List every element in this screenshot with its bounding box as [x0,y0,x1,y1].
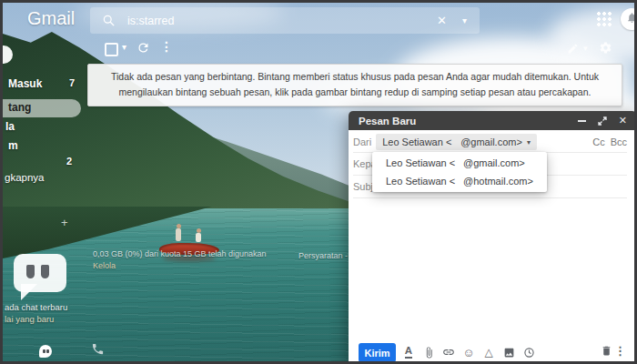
sidebar-item-inbox[interactable]: Masuk [8,77,42,90]
drafts-count-badge: 2 [66,156,72,167]
compose-window: Pesan Baru ✕ Dari Leo Setiawan < @gmail.… [349,111,637,364]
select-caret-icon[interactable]: ▾ [122,42,126,52]
dropdown-item-hotmail[interactable]: Leo Setiawan < @hotmail.com> [372,172,547,190]
compose-toolbar: Kirim A ☺ △ ⋮ [349,338,637,364]
sidebar-item-snoozed[interactable]: la [5,120,15,133]
popout-icon[interactable] [598,116,607,126]
manage-storage-link[interactable]: Kelola [93,261,116,270]
sidebar-item-starred[interactable]: tang [8,101,31,114]
search-input[interactable] [126,14,402,28]
pencil-caret-icon[interactable]: ▾ [583,44,588,53]
discard-draft-icon[interactable] [601,345,612,357]
close-icon[interactable]: ✕ [619,116,627,126]
pencil-icon[interactable] [567,43,579,55]
hangouts-new-chat-link[interactable]: lai yang baru [5,314,54,324]
insert-photo-icon[interactable] [502,345,515,359]
person-standing [176,228,181,241]
field-separator [353,197,627,198]
from-account-selector[interactable]: Leo Setiawan < @gmail.com> ▾ [376,134,537,150]
drive-icon[interactable]: △ [482,345,495,359]
attach-file-icon[interactable] [422,345,435,359]
gear-icon[interactable] [599,41,612,55]
sidebar-item-more[interactable]: gkapnya [5,172,44,183]
search-options-caret-icon[interactable]: ▾ [462,15,467,25]
hangouts-quote-mark [41,265,49,278]
bcc-button[interactable]: Bcc [611,136,627,147]
phone-icon[interactable] [91,342,105,356]
plus-mark: + [61,216,68,229]
insert-emoji-icon[interactable]: ☺ [462,345,475,359]
hangouts-icon [14,254,66,292]
sidebar-item-sent[interactable]: m [8,139,18,152]
apps-grid-icon[interactable] [596,11,612,26]
minimize-icon[interactable] [578,120,586,122]
from-caret-icon: ▾ [527,138,531,147]
refresh-icon[interactable] [136,41,150,55]
person-sitting [196,233,201,242]
hangouts-contacts-icon[interactable] [39,345,52,358]
clear-search-icon[interactable]: ✕ [437,14,447,27]
no-starred-banner: Tidak ada pesan yang berbintang. Bintang… [87,64,622,106]
from-name: Leo Setiawan < [382,136,460,147]
inbox-count-badge: 7 [69,77,75,88]
compose-more-options-icon[interactable]: ⋮ [614,344,626,358]
gmail-app: + Gmail ✕ ▾ ▾ ⋮ ▾ Tidak ada pesan yang b… [0,0,637,364]
text-format-icon[interactable]: A [402,345,415,359]
compose-header[interactable]: Pesan Baru ✕ [349,111,637,130]
storage-usage-text: 0,03 GB (0%) dari kuota 15 GB telah digu… [93,249,267,258]
from-domain: @gmail.com> [460,136,522,147]
from-label: Dari [353,136,371,147]
dropdown-item-gmail[interactable]: Leo Setiawan < @gmail.com> [372,154,547,172]
search-bar[interactable]: ✕ ▾ [90,7,480,34]
cc-button[interactable]: Cc [592,136,604,147]
select-all-checkbox[interactable] [105,43,118,56]
from-account-dropdown: Leo Setiawan < @gmail.com> Leo Setiawan … [372,152,547,192]
hangouts-no-chat-text: ada chat terbaru [5,302,67,312]
search-icon [102,14,116,27]
compose-title: Pesan Baru [359,116,578,126]
account-avatar[interactable] [621,8,637,30]
send-button[interactable]: Kirim [359,343,396,362]
from-row: Dari Leo Setiawan < @gmail.com> ▾ Cc Bcc [349,132,637,152]
insert-link-icon[interactable] [442,345,455,359]
more-options-icon[interactable]: ⋮ [160,39,173,54]
gmail-logo: Gmail [27,8,75,29]
hangouts-quote-mark [26,265,35,278]
confidential-mode-icon[interactable] [522,345,535,359]
bell-icon [626,11,637,27]
